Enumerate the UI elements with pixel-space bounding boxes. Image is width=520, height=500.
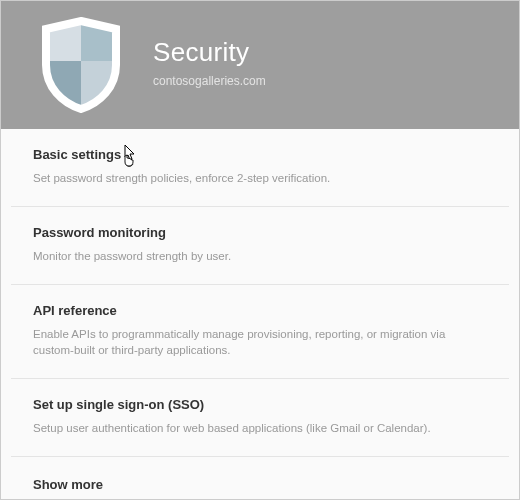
item-description: Enable APIs to programmatically manage p… — [33, 326, 487, 358]
item-title: Set up single sign-on (SSO) — [33, 397, 487, 412]
shield-icon — [39, 17, 123, 113]
settings-list: Basic settings Set password strength pol… — [1, 129, 519, 500]
show-more-button[interactable]: Show more — [11, 457, 509, 500]
header-text-block: Security contosogalleries.com — [153, 37, 266, 88]
list-item-basic-settings[interactable]: Basic settings Set password strength pol… — [11, 129, 509, 207]
item-title: API reference — [33, 303, 487, 318]
list-item-api-reference[interactable]: API reference Enable APIs to programmati… — [11, 285, 509, 379]
list-item-password-monitoring[interactable]: Password monitoring Monitor the password… — [11, 207, 509, 285]
show-more-label: Show more — [33, 477, 487, 492]
page-title: Security — [153, 37, 266, 68]
item-description: Monitor the password strength by user. — [33, 248, 487, 264]
item-title: Password monitoring — [33, 225, 487, 240]
item-description: Set password strength policies, enforce … — [33, 170, 487, 186]
item-description: Setup user authentication for web based … — [33, 420, 487, 436]
item-title: Basic settings — [33, 147, 487, 162]
list-item-sso[interactable]: Set up single sign-on (SSO) Setup user a… — [11, 379, 509, 457]
page-subtitle: contosogalleries.com — [153, 74, 266, 88]
page-header: Security contosogalleries.com — [1, 1, 519, 129]
